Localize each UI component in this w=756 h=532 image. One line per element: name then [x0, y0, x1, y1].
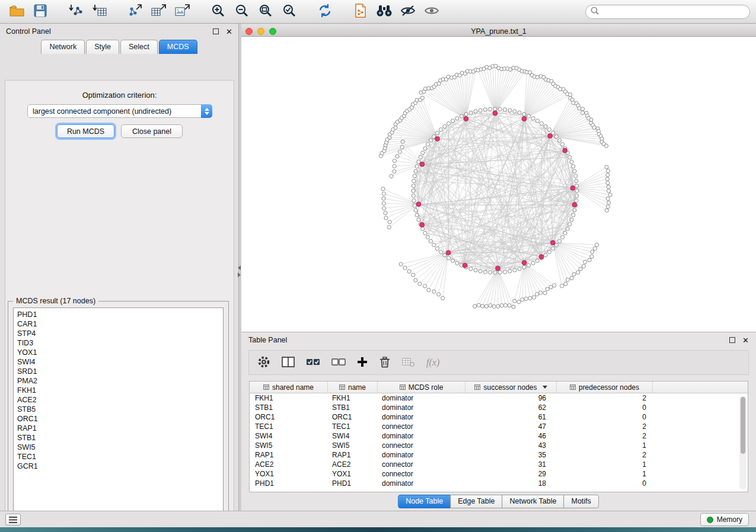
mcds-result-item[interactable]: SWI5 — [14, 443, 223, 452]
network-node[interactable] — [503, 108, 507, 111]
network-node[interactable] — [573, 169, 576, 173]
network-leaf-node[interactable] — [384, 216, 388, 220]
network-node[interactable] — [426, 235, 429, 239]
collapse-right-icon[interactable] — [238, 273, 241, 277]
network-leaf-node[interactable] — [578, 107, 581, 110]
network-leaf-node[interactable] — [398, 150, 401, 153]
network-node[interactable] — [568, 223, 572, 226]
network-leaf-node[interactable] — [588, 258, 591, 262]
network-node[interactable] — [513, 110, 516, 113]
network-leaf-node[interactable] — [492, 305, 496, 308]
mcds-result-item[interactable]: CAR1 — [14, 319, 223, 329]
network-leaf-node[interactable] — [590, 255, 594, 258]
network-node[interactable] — [518, 111, 521, 114]
mcds-dominator-node[interactable] — [551, 241, 556, 245]
refresh-layout-button[interactable] — [314, 2, 336, 21]
network-node[interactable] — [469, 111, 473, 114]
float-table-panel-icon[interactable] — [729, 337, 735, 343]
network-node[interactable] — [414, 209, 417, 212]
mcds-result-item[interactable]: ACE2 — [14, 395, 223, 405]
network-leaf-node[interactable] — [581, 107, 585, 111]
mcds-result-item[interactable]: SRD1 — [14, 367, 223, 376]
network-leaf-node[interactable] — [593, 247, 596, 251]
network-node[interactable] — [570, 218, 573, 222]
network-leaf-node[interactable] — [414, 278, 417, 282]
mcds-result-item[interactable]: TEC1 — [14, 452, 223, 462]
scrollbar-thumb[interactable] — [741, 397, 745, 454]
network-leaf-node[interactable] — [489, 304, 492, 307]
mcds-result-item[interactable]: STP4 — [14, 329, 223, 338]
network-node[interactable] — [413, 204, 416, 207]
network-leaf-node[interactable] — [393, 165, 396, 168]
close-panel-button[interactable]: Close panel — [121, 124, 183, 138]
network-leaf-node[interactable] — [569, 93, 572, 97]
network-leaf-node[interactable] — [513, 299, 516, 303]
table-row[interactable]: STB1STB1dominator620 — [250, 403, 748, 412]
mcds-dominator-node[interactable] — [548, 134, 553, 139]
tab-mcds[interactable]: MCDS — [159, 40, 197, 54]
column-header-successor-nodes[interactable]: successor nodes — [465, 382, 557, 393]
network-node[interactable] — [535, 259, 539, 262]
network-node[interactable] — [561, 143, 564, 146]
network-leaf-node[interactable] — [579, 267, 582, 271]
network-leaf-node[interactable] — [591, 250, 594, 254]
network-node[interactable] — [568, 155, 572, 159]
network-node[interactable] — [572, 213, 575, 217]
select-all-icon[interactable] — [306, 357, 320, 368]
delete-column-trash-icon[interactable] — [379, 356, 391, 370]
table-scrollbar[interactable] — [739, 396, 747, 489]
network-node[interactable] — [575, 194, 579, 197]
network-leaf-node[interactable] — [401, 140, 404, 143]
table-row[interactable]: SWI5SWI5connector431 — [250, 441, 748, 450]
export-table-button[interactable] — [148, 2, 170, 21]
network-leaf-node[interactable] — [382, 201, 385, 205]
task-history-button[interactable] — [5, 514, 21, 525]
network-leaf-node[interactable] — [605, 144, 608, 148]
network-node[interactable] — [544, 124, 547, 128]
network-node[interactable] — [451, 119, 455, 123]
network-node[interactable] — [415, 213, 419, 217]
network-node[interactable] — [508, 108, 512, 112]
mcds-dominator-node[interactable] — [570, 186, 575, 191]
network-node[interactable] — [540, 121, 543, 125]
network-leaf-node[interactable] — [606, 173, 610, 177]
close-panel-icon[interactable]: ✕ — [226, 28, 232, 36]
mcds-result-item[interactable]: PHD1 — [14, 310, 223, 319]
network-leaf-node[interactable] — [512, 305, 515, 309]
network-node[interactable] — [498, 107, 502, 111]
tab-motifs[interactable]: Motifs — [563, 495, 598, 508]
network-node[interactable] — [527, 264, 531, 267]
network-node[interactable] — [417, 218, 420, 222]
network-node[interactable] — [447, 257, 451, 260]
network-node[interactable] — [493, 107, 497, 111]
network-leaf-node[interactable] — [564, 282, 567, 286]
network-leaf-node[interactable] — [582, 264, 585, 268]
memory-button[interactable]: Memory — [700, 513, 749, 526]
network-leaf-node[interactable] — [387, 225, 391, 229]
mcds-dominator-node[interactable] — [420, 223, 425, 227]
show-hide-panel-button[interactable] — [421, 2, 442, 21]
zoom-fit-button[interactable] — [255, 2, 276, 21]
network-node[interactable] — [575, 179, 578, 182]
network-node[interactable] — [489, 107, 492, 111]
network-leaf-node[interactable] — [481, 305, 484, 308]
network-node[interactable] — [498, 271, 502, 274]
network-node[interactable] — [547, 250, 551, 254]
network-leaf-node[interactable] — [546, 287, 549, 291]
network-leaf-node[interactable] — [418, 282, 422, 286]
collapse-left-icon[interactable] — [238, 265, 241, 270]
network-node[interactable] — [544, 254, 547, 257]
network-node[interactable] — [447, 121, 451, 125]
network-node[interactable] — [435, 247, 439, 251]
network-leaf-node[interactable] — [608, 193, 612, 197]
network-node[interactable] — [575, 189, 579, 193]
network-node[interactable] — [483, 108, 487, 111]
mcds-dominator-node[interactable] — [435, 136, 440, 141]
network-node[interactable] — [551, 247, 555, 251]
run-mcds-button[interactable]: Run MCDS — [57, 124, 114, 138]
network-leaf-node[interactable] — [388, 220, 391, 224]
network-node[interactable] — [429, 239, 432, 243]
network-leaf-node[interactable] — [566, 278, 569, 281]
network-node[interactable] — [421, 151, 425, 155]
add-column-plus-icon[interactable] — [357, 357, 368, 369]
